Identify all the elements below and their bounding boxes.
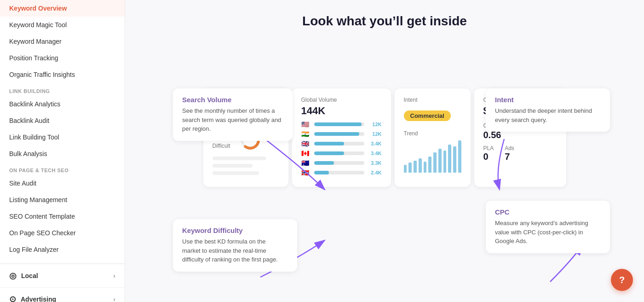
bar-bg <box>314 142 364 145</box>
tooltip-search-volume-title: Search Volume <box>182 96 283 104</box>
sidebar-item-label: Organic Traffic Insights <box>9 71 75 78</box>
link-building-section-label: LINK BUILDING <box>0 83 125 96</box>
sidebar-item-log-file-analyzer[interactable]: Log File Analyzer <box>0 241 125 258</box>
megaphone-icon: ⊙ <box>9 294 16 302</box>
bar-bg <box>314 122 364 126</box>
tooltip-search-volume-desc: See the monthly number of times a search… <box>182 106 283 134</box>
trend-bar-item <box>428 157 431 173</box>
trend-bar-item <box>448 145 451 173</box>
sidebar-item-label: Log File Analyzer <box>9 246 58 253</box>
intent-card: Intent Commercial Trend <box>395 88 471 187</box>
sidebar-item-site-audit[interactable]: Site Audit <box>0 175 125 192</box>
trend-bar-item <box>438 149 442 173</box>
pla-value: 0 <box>483 151 494 162</box>
global-row-item: 🇨🇦 3.4K <box>301 150 382 157</box>
global-row-item: 🇮🇳 12K <box>301 130 382 138</box>
tooltip-kd-desc: Use the best KD formula on the market to… <box>182 237 283 264</box>
country-flag: 🇮🇳 <box>301 130 310 138</box>
sidebar-item-link-building-tool[interactable]: Link Building Tool <box>0 129 125 145</box>
sidebar-item-on-page-seo-checker[interactable]: On Page SEO Checker <box>0 225 125 241</box>
question-mark-icon: ? <box>619 275 625 285</box>
sidebar-item-advertising[interactable]: ⊙ Advertising › <box>0 287 125 302</box>
cards-area: Search Volume See the monthly number of … <box>159 88 610 302</box>
advertising-label: Advertising <box>21 296 56 302</box>
tooltip-kd-title: Keyword Difficulty <box>182 226 288 234</box>
sidebar-item-label: Link Building Tool <box>9 134 59 141</box>
trend-bar-item <box>408 163 412 173</box>
country-flag: 🇬🇧 <box>301 140 310 147</box>
sidebar-item-listing-management[interactable]: Listing Management <box>0 192 125 208</box>
trend-bar-item <box>414 161 417 173</box>
skeleton-1 <box>213 157 266 160</box>
sidebar-item-position-tracking[interactable]: Position Tracking <box>0 50 125 66</box>
global-row-item: 🇬🇧 3.4K <box>301 140 382 147</box>
global-num: 3.4K <box>368 141 382 146</box>
ads-item: Ads 7 <box>505 145 514 162</box>
global-num: 3.4K <box>368 151 382 156</box>
sidebar-item-bulk-analysis[interactable]: Bulk Analysis <box>0 145 125 162</box>
bar-fill <box>314 161 334 165</box>
sidebar-item-local[interactable]: ◎ Local › <box>0 264 125 287</box>
sidebar-item-seo-content-template[interactable]: SEO Content Template <box>0 208 125 225</box>
sidebar-item-label: Keyword Magic Tool <box>9 21 67 29</box>
chevron-right-icon: › <box>113 296 115 302</box>
intent-badge: Commercial <box>404 110 451 121</box>
trend-label: Trend <box>404 130 461 137</box>
sidebar-item-backlink-analytics[interactable]: Backlink Analytics <box>0 96 125 112</box>
pla-ads-row: PLA 0 Ads 7 <box>483 145 557 162</box>
skeleton-3 <box>213 171 259 175</box>
ads-value: 7 <box>505 151 514 162</box>
bar-fill <box>314 122 362 126</box>
sidebar-item-keyword-magic-tool[interactable]: Keyword Magic Tool <box>0 17 125 33</box>
on-page-section-label: ON PAGE & TECH SEO <box>0 162 125 175</box>
global-rows: 🇺🇸 12K 🇮🇳 12K 🇬🇧 3.4K 🇨🇦 3.4K 🇦 <box>301 121 382 176</box>
trend-bar-item <box>424 162 427 173</box>
tooltip-search-volume: Search Volume See the monthly number of … <box>173 88 293 141</box>
bar-bg <box>314 151 364 155</box>
sidebar-item-label: Backlink Audit <box>9 117 49 124</box>
bar-fill <box>314 151 344 155</box>
sidebar-item-backlink-audit[interactable]: Backlink Audit <box>0 112 125 129</box>
global-row-item: 🇺🇸 12K <box>301 121 382 128</box>
bar-fill <box>314 171 329 174</box>
sidebar-item-keyword-manager[interactable]: Keyword Manager <box>0 33 125 50</box>
sidebar-advertising-left: ⊙ Advertising <box>9 294 56 302</box>
sidebar-item-label: Listing Management <box>9 196 67 203</box>
help-button[interactable]: ? <box>611 269 633 291</box>
trend-bar-item <box>443 151 447 173</box>
trend-bars <box>404 140 461 173</box>
bar-fill <box>314 142 344 145</box>
country-flag: 🇳🇴 <box>301 169 310 176</box>
trend-bar-item <box>404 165 407 173</box>
ads-label: Ads <box>505 145 514 151</box>
sidebar-item-label: Backlink Analytics <box>9 100 60 108</box>
trend-bar-item <box>453 146 456 173</box>
pla-label: PLA <box>483 145 494 151</box>
tooltip-cpc: CPC Measure any keyword’s advertising va… <box>486 201 610 253</box>
global-volume-label: Global Volume <box>301 97 382 103</box>
sidebar-item-label: Keyword Manager <box>9 38 62 45</box>
trend-bar-item <box>419 158 422 173</box>
sidebar-item-label: Position Tracking <box>9 54 58 62</box>
country-flag: 🇦🇺 <box>301 159 310 167</box>
sidebar-local-left: ◎ Local <box>9 271 38 281</box>
intent-label: Intent <box>404 97 461 103</box>
global-num: 2.4K <box>368 170 382 175</box>
sidebar-item-keyword-overview[interactable]: Keyword Overview <box>0 0 125 17</box>
pla-item: PLA 0 <box>483 145 494 162</box>
skeleton-2 <box>213 164 253 168</box>
location-icon: ◎ <box>9 271 17 281</box>
global-volume-value: 144K <box>301 105 382 117</box>
sidebar-item-label: Bulk Analysis <box>9 150 47 157</box>
sidebar: Keyword Overview Keyword Magic Tool Keyw… <box>0 0 125 302</box>
global-num: 12K <box>368 131 382 137</box>
main-content: Look what you’ll get inside Search Volum… <box>125 0 644 302</box>
sidebar-item-label: Site Audit <box>9 180 36 187</box>
country-flag: 🇺🇸 <box>301 121 310 128</box>
sidebar-item-organic-traffic-insights[interactable]: Organic Traffic Insights <box>0 66 125 83</box>
sidebar-item-label: On Page SEO Checker <box>9 229 76 237</box>
bar-fill <box>314 132 359 136</box>
tooltip-keyword-difficulty: Keyword Difficulty Use the best KD formu… <box>173 219 297 272</box>
kd-difficulty: Difficult <box>213 143 233 149</box>
global-volume-card: Global Volume 144K 🇺🇸 12K 🇮🇳 12K 🇬🇧 3.4K… <box>292 88 391 187</box>
